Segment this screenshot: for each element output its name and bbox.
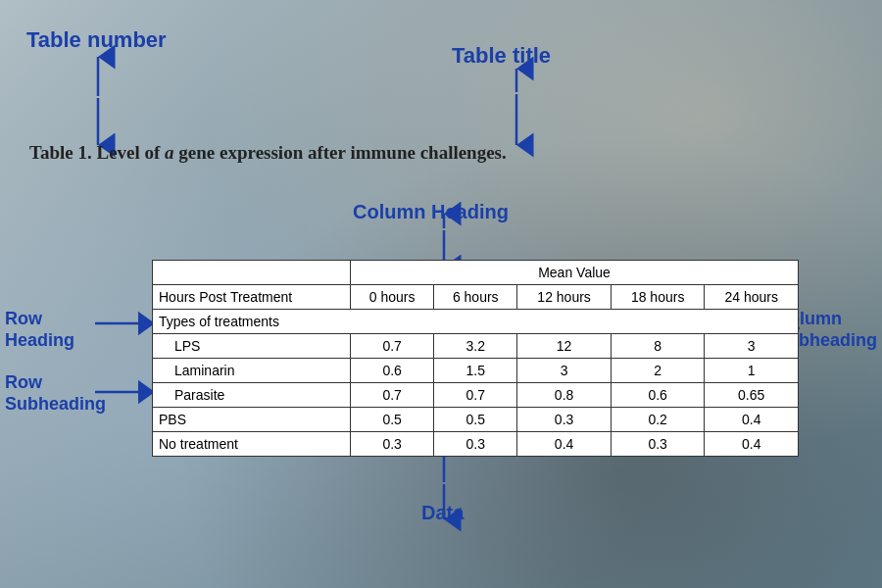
no-treatment-18h: 0.3 xyxy=(611,432,705,457)
caption-suffix: gene expression after immune challenges. xyxy=(174,142,507,163)
caption-prefix: Table 1. Level of xyxy=(29,142,165,163)
laminarin-6h: 1.5 xyxy=(434,359,517,383)
col-6h: 6 hours xyxy=(434,285,517,310)
pbs-6h: 0.5 xyxy=(434,408,517,432)
parasite-18h: 0.6 xyxy=(611,383,705,408)
laminarin-24h: 1 xyxy=(705,359,799,383)
table-caption: Table 1. Level of a gene expression afte… xyxy=(29,142,853,164)
col-18h: 18 hours xyxy=(611,285,705,310)
no-treatment-24h: 0.4 xyxy=(705,432,799,457)
empty-corner-cell xyxy=(153,261,351,285)
row-heading-row: Types of treatments xyxy=(153,310,799,334)
lps-18h: 8 xyxy=(611,334,705,359)
data-table: Mean Value Hours Post Treatment 0 hours … xyxy=(152,260,799,457)
column-heading-annotation: Column Heading xyxy=(353,201,509,223)
pbs-12h: 0.3 xyxy=(517,408,612,432)
col-12h: 12 hours xyxy=(517,285,612,310)
no-treatment-12h: 0.4 xyxy=(517,432,612,457)
types-of-treatments-label: Types of treatments xyxy=(153,310,799,334)
table-row: No treatment 0.3 0.3 0.4 0.3 0.4 xyxy=(153,432,799,457)
pbs-0h: 0.5 xyxy=(351,408,434,432)
table-title-annotation: Table title xyxy=(452,43,551,69)
no-treatment-label: No treatment xyxy=(153,432,351,457)
pbs-18h: 0.2 xyxy=(611,408,705,432)
parasite-24h: 0.65 xyxy=(705,383,799,408)
no-treatment-6h: 0.3 xyxy=(434,432,517,457)
table-row: Laminarin 0.6 1.5 3 2 1 xyxy=(153,359,799,383)
lps-label: LPS xyxy=(153,334,351,359)
data-table-container: Mean Value Hours Post Treatment 0 hours … xyxy=(152,260,799,457)
table-row: Parasite 0.7 0.7 0.8 0.6 0.65 xyxy=(153,383,799,408)
no-treatment-0h: 0.3 xyxy=(351,432,434,457)
table-number-annotation: Table number xyxy=(26,27,167,53)
hours-post-treatment-header: Hours Post Treatment xyxy=(153,285,351,310)
lps-24h: 3 xyxy=(705,334,799,359)
pbs-label: PBS xyxy=(153,408,351,432)
laminarin-12h: 3 xyxy=(517,359,612,383)
parasite-12h: 0.8 xyxy=(517,383,612,408)
row-heading-annotation: RowHeading xyxy=(5,309,74,351)
pbs-24h: 0.4 xyxy=(705,408,799,432)
table-row: PBS 0.5 0.5 0.3 0.2 0.4 xyxy=(153,408,799,432)
column-group-header-row: Mean Value xyxy=(153,261,799,285)
row-subheading-annotation: RowSubheading xyxy=(5,372,106,415)
laminarin-label: Laminarin xyxy=(153,359,351,383)
lps-6h: 3.2 xyxy=(434,334,517,359)
table-row: LPS 0.7 3.2 12 8 3 xyxy=(153,334,799,359)
mean-value-header: Mean Value xyxy=(351,261,799,285)
data-annotation: Data xyxy=(421,502,464,524)
caption-italic: a xyxy=(165,142,174,163)
lps-0h: 0.7 xyxy=(351,334,434,359)
lps-12h: 12 xyxy=(517,334,612,359)
parasite-6h: 0.7 xyxy=(434,383,517,408)
col-0h: 0 hours xyxy=(351,285,434,310)
laminarin-18h: 2 xyxy=(611,359,705,383)
parasite-label: Parasite xyxy=(153,383,351,408)
laminarin-0h: 0.6 xyxy=(351,359,434,383)
col-24h: 24 hours xyxy=(705,285,799,310)
parasite-0h: 0.7 xyxy=(351,383,434,408)
subheader-row: Hours Post Treatment 0 hours 6 hours 12 … xyxy=(153,285,799,310)
